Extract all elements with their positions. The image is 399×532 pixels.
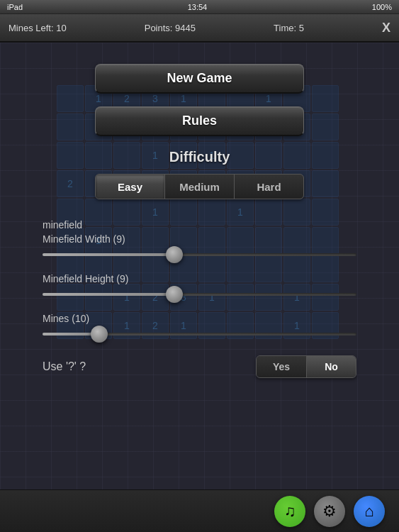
height-slider-thumb[interactable] <box>166 286 183 303</box>
mines-slider-track <box>43 333 356 336</box>
width-slider-label: minefield <box>43 219 356 231</box>
close-button[interactable]: X <box>382 21 390 35</box>
width-slider-row: minefield Minefield Width (9) <box>43 219 356 262</box>
no-button[interactable]: No <box>306 356 356 377</box>
difficulty-label: Difficulty <box>169 149 230 165</box>
mines-left: Mines Left: 10 <box>9 23 67 33</box>
width-slider-container <box>43 248 356 262</box>
status-left: iPad <box>7 3 23 11</box>
height-slider-sublabel: Minefield Height (9) <box>43 273 356 284</box>
status-battery: 100% <box>372 3 392 11</box>
music-button[interactable]: ♫ <box>274 496 305 527</box>
width-slider-sublabel: Minefield Width (9) <box>43 233 356 245</box>
rules-button[interactable]: Rules <box>95 106 304 136</box>
home-button[interactable]: ⌂ <box>354 496 385 527</box>
mines-slider-container <box>43 327 356 341</box>
music-icon: ♫ <box>284 502 296 521</box>
height-slider-row: Minefield Height (9) <box>43 273 356 301</box>
settings-button[interactable]: ⚙ <box>314 496 345 527</box>
height-slider-container <box>43 287 356 301</box>
width-slider-track <box>43 253 356 256</box>
status-bar: iPad 13:54 100% <box>0 0 399 14</box>
yes-no-control: Yes No <box>256 355 356 378</box>
width-slider-thumb[interactable] <box>166 246 183 263</box>
timer: Time: 5 <box>274 23 304 33</box>
status-time: 13:54 <box>188 3 208 11</box>
points: Points: 9445 <box>145 23 196 33</box>
home-icon: ⌂ <box>364 502 373 521</box>
new-game-button[interactable]: New Game <box>95 64 304 94</box>
menu-panel: New Game Rules Difficulty Easy Medium Ha… <box>0 43 399 489</box>
height-slider-fill <box>43 293 174 296</box>
height-slider-track <box>43 293 356 296</box>
difficulty-hard[interactable]: Hard <box>235 174 303 199</box>
difficulty-easy[interactable]: Easy <box>96 174 165 199</box>
sliders-section: minefield Minefield Width (9) Minefield … <box>0 219 399 341</box>
bottom-toolbar: ♫ ⚙ ⌂ <box>0 489 399 532</box>
game-header: Mines Left: 10 Points: 9445 Time: 5 X <box>0 14 399 43</box>
mines-slider-thumb[interactable] <box>91 326 108 343</box>
difficulty-medium[interactable]: Medium <box>165 174 235 199</box>
use-question-label: Use '?' ? <box>43 360 86 373</box>
mines-slider-sublabel: Mines (10) <box>43 313 356 324</box>
settings-icon: ⚙ <box>322 502 337 521</box>
main-content: 123111211112112111123111211 New Game Rul… <box>0 43 399 532</box>
width-slider-fill <box>43 253 174 256</box>
yes-button[interactable]: Yes <box>257 356 306 377</box>
mines-slider-row: Mines (10) <box>43 313 356 341</box>
use-question-row: Use '?' ? Yes No <box>0 355 399 378</box>
difficulty-segmented-control: Easy Medium Hard <box>95 174 304 199</box>
